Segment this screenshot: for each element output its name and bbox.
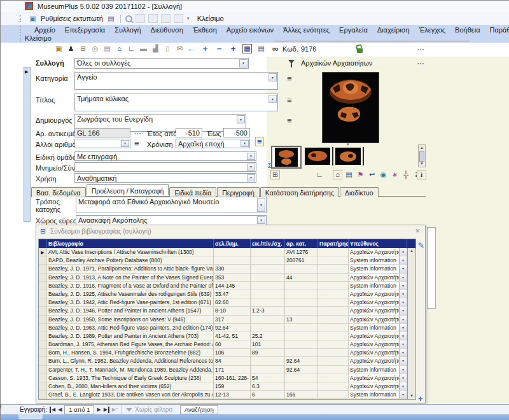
table-cell[interactable] (318, 324, 349, 332)
chevron-down-icon[interactable]: ▼ (399, 357, 407, 365)
table-cell[interactable]: AVI, Attic Vase Inscriptions / Attische … (47, 248, 214, 256)
chevron-down-icon[interactable]: ▼ (399, 248, 407, 256)
chevron-down-icon[interactable]: ▼ (257, 198, 265, 212)
table-cell[interactable]: 84 (214, 357, 251, 365)
chevron-down-icon[interactable]: ▼ (399, 332, 407, 340)
table-row[interactable]: Beazley, J. D. 1950, Some Inscriptions o… (39, 316, 407, 324)
table-cell[interactable] (318, 316, 349, 324)
media-globe-icon[interactable]: ◉ (379, 170, 388, 179)
briefcase-icon[interactable]: ▬ (139, 44, 148, 53)
year-from-field[interactable]: -510 (176, 128, 202, 137)
row-marker[interactable] (39, 274, 47, 282)
menu-item-9[interactable]: Έλεγχος (419, 26, 445, 34)
chevron-down-icon[interactable]: ▼ (399, 265, 407, 272)
table-cell[interactable]: Cohen, B., 2000, Man-killers and their v… (47, 382, 214, 391)
row-marker[interactable] (39, 366, 47, 374)
copy-cards-icon[interactable]: ⊞ (78, 44, 88, 53)
table-cell[interactable] (285, 374, 318, 382)
table-cell[interactable]: 12-13 (214, 391, 251, 399)
table-cell[interactable] (318, 274, 349, 282)
table-cell[interactable]: 330 (214, 265, 251, 273)
table-scrollbar[interactable]: ▲ ▼ (407, 248, 415, 399)
filter-funnel-icon[interactable] (288, 60, 295, 64)
object-image[interactable] (322, 72, 379, 143)
data-grid-icon[interactable]: ▦ (242, 44, 252, 53)
chevron-down-icon[interactable]: ▼ (257, 216, 265, 224)
row-marker[interactable] (39, 282, 47, 290)
table-cell[interactable]: 106 (214, 349, 251, 357)
table-cell[interactable]: 44 (285, 274, 318, 282)
table-cell[interactable]: Beazley, J. D. 1971, Paralipomena: Addit… (47, 265, 214, 273)
table-cell[interactable]: 60 (214, 340, 251, 349)
chevron-down-icon[interactable]: ▼ (247, 174, 255, 181)
row-marker[interactable] (39, 290, 47, 298)
collection-select[interactable]: Όλες οι συλλογές ▼ (74, 58, 249, 69)
archive-icon[interactable]: ▤ (102, 44, 112, 53)
table-cell[interactable]: 92.64 (285, 357, 318, 365)
table-cell[interactable]: 1.2-3 (251, 307, 285, 315)
table-cell[interactable] (318, 290, 349, 298)
title-list-icon[interactable]: ≡ (287, 96, 292, 104)
chevron-down-icon[interactable]: ▼ (399, 349, 407, 356)
table-cell[interactable]: 101 (251, 340, 285, 349)
menu-item-11[interactable]: Παράθυρο (490, 26, 509, 34)
info-icon[interactable]: i (417, 170, 426, 179)
row-marker[interactable] (39, 324, 47, 332)
menu-item-8[interactable]: Διαχείριση (377, 26, 410, 34)
table-cell[interactable]: Beazley, J. D. 1950, Some Inscriptions o… (47, 316, 214, 324)
table-cell[interactable]: 62.60 (214, 298, 251, 307)
first-record-button[interactable]: ◀ (50, 407, 55, 413)
media-flag-icon[interactable]: ⚑ (356, 170, 365, 179)
table-row[interactable]: Beazley, J. D. 1946, Potter and Painter … (39, 307, 407, 315)
responsible-select[interactable]: Αρχαϊκών Αρχαιοτήτων▼ (349, 316, 407, 324)
row-marker[interactable] (39, 265, 47, 273)
image-collapse-icon[interactable]: ▾ (347, 142, 349, 147)
table-cell[interactable]: Graef, B., E. Langlotz 1933, Die antiken… (47, 391, 214, 399)
thumbnail-2[interactable] (305, 148, 330, 165)
back-arrow-icon[interactable]: ← (186, 44, 196, 53)
responsible-select[interactable]: System information▼ (349, 256, 407, 265)
chevron-down-icon[interactable]: ▼ (237, 115, 245, 123)
year-to-field[interactable]: -500 (223, 128, 250, 137)
table-cell[interactable]: Carpenter, T. H., T. Mannack, M. Mendonc… (47, 366, 214, 374)
table-cell[interactable] (251, 357, 285, 365)
table-row[interactable]: Carpenter, T. H., T. Mannack, M. Mendonc… (39, 366, 407, 374)
thumbnail-1-selected[interactable] (271, 146, 302, 169)
tab-5[interactable]: Διαδίκτυο (340, 187, 379, 197)
table-cell[interactable]: 54 (251, 374, 285, 382)
table-cell[interactable]: 159 (214, 382, 251, 391)
chevron-down-icon[interactable]: ▼ (268, 73, 277, 81)
media-tools-icon[interactable]: ∗ (390, 170, 400, 179)
table-row[interactable]: Beazley, J. D. 1916, Fragment of a Vase … (39, 282, 407, 290)
department-more-button[interactable]: ... (352, 59, 359, 66)
responsible-select[interactable]: System information▼ (349, 366, 407, 374)
responsible-select[interactable]: System information▼ (349, 282, 407, 290)
table-cell[interactable] (318, 391, 349, 399)
table-cell[interactable]: 8-10 (214, 307, 251, 315)
table-row[interactable]: ▶AVI, Attic Vase Inscriptions / Attische… (39, 248, 407, 256)
scrollbar-thumb[interactable] (408, 254, 415, 284)
table-cell[interactable]: Beazley, J. D. 1925, Attische Vasenmaler… (47, 290, 214, 298)
table-row[interactable]: Beazley, J. D. 1989, Potter and Painter … (39, 332, 407, 340)
chevron-down-icon[interactable]: ▼ (268, 95, 277, 103)
responsible-select[interactable]: Αρχαϊκών Αρχαιοτήτων▼ (349, 357, 407, 365)
table-cell[interactable]: 200761 (285, 256, 318, 265)
table-cell[interactable]: 25.2 (251, 332, 285, 340)
responsible-select[interactable]: Αρχαϊκών Αρχαιοτήτων▼ (349, 290, 407, 298)
responsible-select[interactable]: System information▼ (349, 391, 407, 399)
row-marker[interactable]: ▶ (39, 248, 47, 256)
table-cell[interactable] (318, 256, 349, 265)
media-undo-icon[interactable]: ↩ (367, 170, 377, 179)
media-chart-icon[interactable]: ∟ (315, 170, 324, 179)
close-icon[interactable]: × (415, 227, 420, 235)
chevron-down-icon[interactable]: ▼ (399, 282, 407, 290)
chevron-down-icon[interactable]: ▼ (399, 316, 407, 323)
table-cell[interactable]: 92.64 (214, 324, 251, 332)
dating-thesaurus-icon[interactable]: ≡ (255, 137, 264, 146)
dating-select[interactable]: Αρχαϊκή εποχή ▼ (176, 139, 250, 148)
prev-record-button[interactable]: ◀ (58, 407, 62, 413)
responsible-select[interactable]: Αρχαϊκών Αρχαιοτήτων▼ (349, 340, 407, 349)
table-cell[interactable]: Beazley, J. D. 1913, A Note on the Paint… (47, 274, 214, 282)
move-icon[interactable]: + (228, 44, 238, 53)
responsible-select[interactable]: Αρχαϊκών Αρχαιοτήτων▼ (349, 274, 407, 282)
